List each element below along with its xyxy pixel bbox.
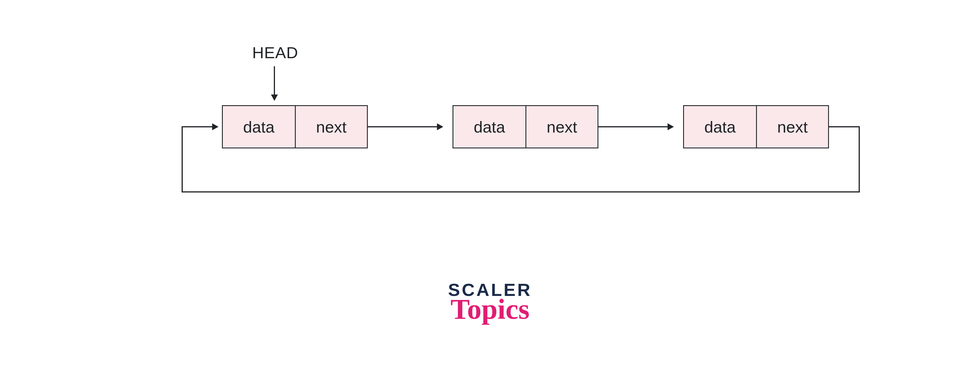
loop-arrow-segment	[181, 191, 860, 192]
node-next-cell: next	[756, 106, 828, 148]
loop-arrow-segment	[181, 126, 183, 192]
loop-arrowhead-right-icon	[212, 123, 218, 130]
node-data-cell: data	[223, 106, 295, 148]
list-node: data next	[453, 105, 598, 148]
list-node: data next	[222, 105, 368, 148]
head-label: HEAD	[252, 43, 298, 62]
loop-arrow-segment	[181, 126, 213, 127]
link-arrow-line	[367, 126, 438, 127]
node-next-cell: next	[525, 106, 598, 148]
node-next-cell: next	[295, 106, 367, 148]
brand-logo: SCALER Topics	[432, 279, 548, 325]
link-arrow-line	[598, 126, 668, 127]
node-data-cell: data	[453, 106, 525, 148]
link-arrowhead-right-icon	[668, 123, 674, 130]
diagram-canvas: HEAD data next data next data next SCALE…	[0, 0, 980, 389]
head-arrow-line	[274, 66, 275, 95]
head-arrowhead-down-icon	[271, 95, 278, 101]
link-arrowhead-right-icon	[437, 123, 443, 130]
node-data-cell: data	[684, 106, 756, 148]
loop-arrow-segment	[859, 126, 860, 192]
list-node: data next	[683, 105, 829, 148]
loop-arrow-segment	[828, 126, 860, 127]
